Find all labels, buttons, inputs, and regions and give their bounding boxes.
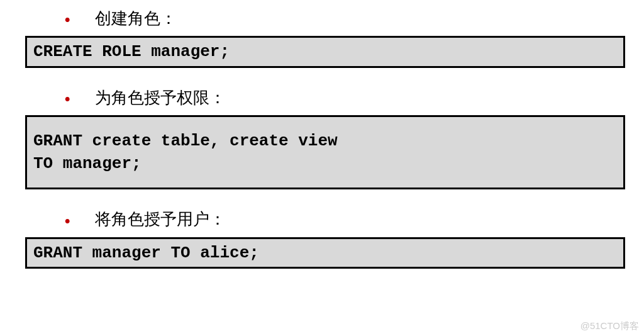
code-box-create-role: CREATE ROLE manager; [25,36,625,67]
bullet-icon: • [65,87,70,110]
bullet-text-create-role: 创建角色： [95,9,177,28]
watermark: @51CTO博客 [580,320,639,332]
section-grant-privileges: •为角色授予权限： GRANT create table, create vie… [13,86,631,190]
section-create-role: •创建角色： CREATE ROLE manager; [13,6,631,68]
code-box-grant-privileges: GRANT create table, create view TO manag… [25,115,625,190]
bullet-line: •创建角色： [13,6,631,31]
bullet-text-grant-role: 将角色授予用户： [95,210,226,228]
section-grant-role: •将角色授予用户： GRANT manager TO alice; [13,207,631,269]
bullet-line: •为角色授予权限： [13,86,631,110]
bullet-icon: • [65,210,70,232]
bullet-icon: • [65,8,70,31]
code-box-grant-role: GRANT manager TO alice; [25,237,625,269]
bullet-line: •将角色授予用户： [13,207,631,232]
bullet-text-grant-privileges: 为角色授予权限： [95,88,226,107]
